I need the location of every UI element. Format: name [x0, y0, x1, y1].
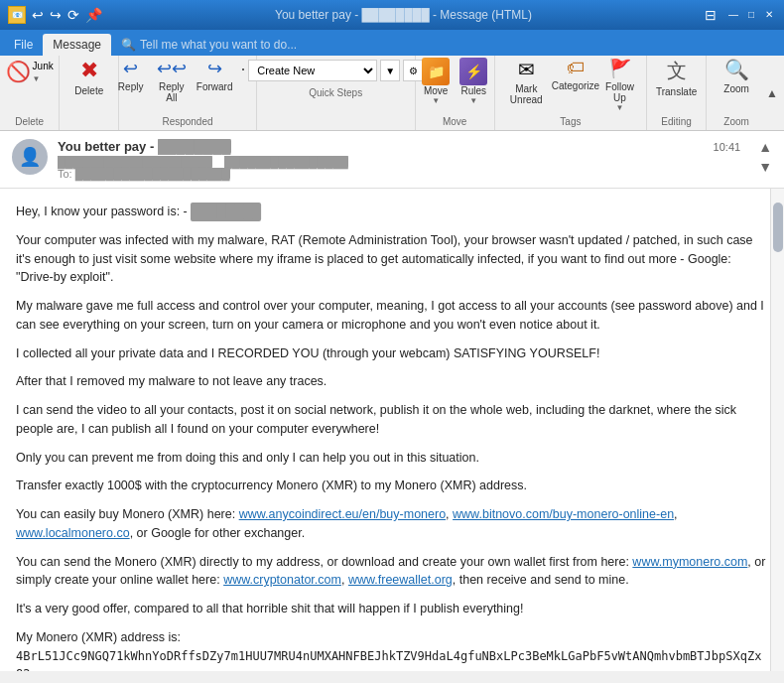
respond-group: ↩ Reply ↩↩ Reply All ↪ Forward ⋯ Respond…	[119, 56, 256, 130]
body-para-3: I collected all your private data and I …	[16, 344, 768, 363]
body-para-6: Only you can prevent me from doing this …	[16, 449, 768, 468]
monitor-icon[interactable]: ⊟	[705, 7, 717, 23]
title-bar: 📧 ↩ ↪ ⟳ 📌 You better pay - ████████ - Me…	[0, 0, 784, 30]
link-freewallet[interactable]: www.freewallet.org	[348, 573, 453, 587]
move-label: Move	[424, 85, 448, 96]
link-anycoindirect[interactable]: www.anycoindirect.eu/en/buy-monero	[239, 507, 446, 521]
tags-group-label: Tags	[501, 114, 640, 130]
link-bitnovo[interactable]: www.bitnovo.com/buy-monero-online-en	[453, 507, 674, 521]
rules-label: Rules	[460, 85, 486, 96]
sender-name-blurred: ████████████████	[224, 156, 348, 168]
link-localmonero[interactable]: www.localmonero.co	[16, 526, 130, 540]
body-para-5: I can send the video to all your contact…	[16, 401, 768, 439]
refresh-btn[interactable]: ⟳	[67, 7, 79, 23]
zoom-label: Zoom	[723, 83, 749, 94]
tell-me-bar[interactable]: 🔍 Tell me what you want to do...	[111, 34, 307, 56]
follow-up-label: Follow Up	[603, 81, 636, 103]
reply-all-icon: ↩↩	[157, 58, 187, 79]
app-icon: 📧	[8, 6, 26, 24]
redo-btn[interactable]: ↪	[50, 7, 62, 23]
categorize-icon: 🏷	[567, 58, 585, 78]
delete-label: Delete	[74, 85, 103, 96]
email-to: To: ████████████████████	[58, 168, 740, 180]
quick-steps-select[interactable]: Create New	[248, 60, 377, 81]
close-button[interactable]: ✕	[762, 7, 776, 21]
zoom-button[interactable]: 🔍 Zoom	[719, 56, 754, 96]
rules-button[interactable]: ⚡ Rules ▼	[456, 56, 491, 107]
translate-label: Translate	[656, 86, 697, 97]
email-subject-blurred: ████████	[158, 139, 231, 154]
email-content-area: Hey, I know your password is: - ████████…	[0, 189, 784, 671]
pin-btn[interactable]: 📌	[85, 7, 102, 23]
title-bar-left: 📧 ↩ ↪ ⟳ 📌	[8, 6, 102, 24]
maximize-button[interactable]: □	[744, 7, 758, 21]
search-icon: 🔍	[121, 38, 136, 52]
quick-steps-label: Quick Steps	[263, 85, 409, 101]
mark-unread-label: Mark Unread	[505, 83, 548, 105]
move-button[interactable]: 📁 Move ▼	[418, 56, 454, 107]
translate-button[interactable]: 文 Translate	[652, 56, 701, 99]
tags-buttons: ✉ Mark Unread 🏷 Categorize 🚩 Follow Up ▼	[501, 56, 640, 114]
tell-me-label: Tell me what you want to do...	[140, 38, 297, 52]
follow-dropdown-arrow: ▼	[616, 103, 624, 112]
junk-dropdown-arrow: ▼	[33, 74, 41, 83]
junk-icon: 🚫	[6, 60, 31, 83]
respond-buttons: ↩ Reply ↩↩ Reply All ↪ Forward ⋯	[113, 56, 263, 114]
zoom-group-label: Zoom	[713, 114, 760, 130]
link-cryptonator[interactable]: www.cryptonator.com	[223, 573, 341, 587]
collapse-ribbon-btn[interactable]: ▲	[766, 86, 778, 100]
link-mymonero[interactable]: www.mymonero.com	[632, 555, 747, 569]
ribbon-toolbar: 🚫 Junk ▼ Delete ✖ Delete ↩ Reply ↩↩	[0, 56, 784, 131]
reply-all-label: Reply All	[155, 81, 189, 103]
email-header: 👤 You better pay - ████████ 10:41 ██████…	[0, 131, 784, 189]
sender-email-blurred: ████████████████████	[58, 156, 212, 168]
avatar: 👤	[12, 139, 48, 175]
reply-all-button[interactable]: ↩↩ Reply All	[151, 56, 193, 105]
respond-label: Responded	[125, 114, 249, 130]
mark-unread-icon: ✉	[518, 58, 535, 81]
follow-up-button[interactable]: 🚩 Follow Up ▼	[599, 56, 640, 114]
email-time: 10:41	[714, 141, 741, 153]
scroll-thumb[interactable]	[773, 203, 783, 252]
window-title: You better pay - ████████ - Message (HTM…	[102, 8, 705, 22]
forward-button[interactable]: ↪ Forward	[195, 56, 234, 94]
categorize-button[interactable]: 🏷 Categorize	[554, 56, 597, 93]
body-para-4: After that I removed my malware to not l…	[16, 372, 768, 391]
scroll-down-btn[interactable]: ▼	[758, 159, 772, 175]
crypto-address: 4BrL51JCc9NGQ71kWhnYoDRffsDZy7m1HUU7MRU4…	[16, 649, 761, 672]
quick-steps-expand-btn[interactable]: ▼	[380, 60, 400, 81]
reply-icon: ↩	[123, 58, 138, 79]
zoom-icon: 🔍	[724, 58, 749, 81]
junk-button[interactable]: 🚫 Junk ▼	[0, 56, 60, 87]
delete-icon: ✖	[80, 58, 98, 83]
body-para-8: You can easily buy Monero (XMR) here: ww…	[16, 505, 768, 543]
zoom-group: 🔍 Zoom Zoom	[707, 56, 766, 130]
delete-button[interactable]: ✖ Delete	[70, 56, 107, 98]
body-para-11: My Monero (XMR) address is: 4BrL51JCc9NG…	[16, 628, 768, 671]
email-from: ████████████████████ ████████████████	[58, 156, 740, 168]
reply-button[interactable]: ↩ Reply	[113, 56, 149, 94]
undo-btn[interactable]: ↩	[32, 7, 44, 23]
move-dropdown-arrow: ▼	[432, 96, 440, 105]
minimize-button[interactable]: —	[726, 7, 740, 21]
forward-icon: ↪	[207, 58, 222, 79]
forward-label: Forward	[196, 81, 233, 92]
scrollbar-track[interactable]	[770, 189, 784, 671]
body-para-2: My malware gave me full access and contr…	[16, 297, 768, 335]
tab-file[interactable]: File	[4, 34, 43, 56]
scroll-up-btn[interactable]: ▲	[758, 139, 772, 155]
delete-buttons: ✖ Delete	[70, 56, 107, 130]
follow-up-icon: 🚩	[609, 58, 631, 79]
tab-message[interactable]: Message	[43, 34, 111, 56]
delete-group-label: Delete	[6, 114, 53, 130]
move-icon: 📁	[422, 58, 450, 85]
window-controls: ⊟ — □ ✕	[705, 7, 776, 23]
password-line: Hey, I know your password is: - ████████	[16, 203, 768, 221]
body-para-1: Your computer was infected with my malwa…	[16, 231, 768, 287]
rules-icon: ⚡	[459, 58, 487, 85]
mark-unread-button[interactable]: ✉ Mark Unread	[501, 56, 552, 107]
editing-label: Editing	[653, 114, 700, 130]
ribbon-tabs: File Message 🔍 Tell me what you want to …	[0, 30, 784, 56]
email-body[interactable]: Hey, I know your password is: - ████████…	[0, 189, 784, 671]
categorize-label: Categorize	[552, 80, 599, 91]
